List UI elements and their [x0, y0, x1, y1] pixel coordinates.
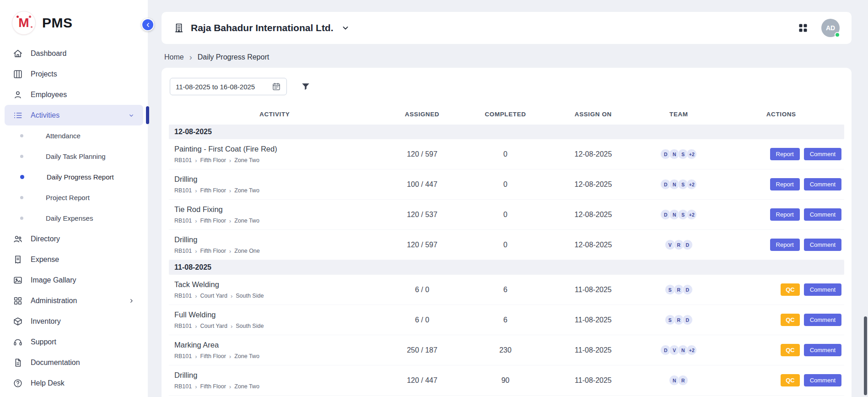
team-more-badge[interactable]: +2	[686, 209, 697, 220]
sidebar-subitem-project-report[interactable]: Project Report	[5, 187, 143, 208]
chevron-right-icon	[128, 297, 135, 305]
team-more-badge[interactable]: +2	[686, 149, 697, 159]
sidebar-item-dashboard[interactable]: Dashboard	[5, 43, 143, 64]
path-segment: Fifth Floor	[200, 353, 226, 359]
path-segment: Zone Two	[234, 187, 259, 194]
scrollbar-thumb[interactable]	[864, 316, 867, 395]
path-segment: Fifth Floor	[200, 383, 226, 390]
assign-on-cell: 11-08-2025	[547, 316, 640, 324]
actions-cell: QCComment	[718, 374, 844, 386]
employees-icon	[13, 90, 23, 100]
report-button[interactable]: Report	[770, 148, 800, 160]
sidebar-item-inventory[interactable]: Inventory	[5, 311, 143, 332]
chevron-down-icon	[128, 112, 135, 119]
sidebar-item-label: Support	[31, 338, 56, 346]
path-segment: RB101	[174, 248, 192, 254]
report-button[interactable]: Report	[770, 178, 800, 190]
logo-dot	[29, 16, 31, 18]
team-avatar: D	[682, 284, 693, 295]
gallery-icon	[13, 275, 23, 285]
column-header-actions: ACTIONS	[718, 111, 844, 118]
comment-button[interactable]: Comment	[804, 283, 841, 296]
sidebar-subitem-attendance[interactable]: Attendance	[5, 125, 143, 146]
sidebar-item-employees[interactable]: Employees	[5, 84, 143, 105]
date-range-input[interactable]: 11-08-2025 to 16-08-2025	[170, 78, 287, 95]
sidebar-collapse-button[interactable]	[141, 18, 154, 31]
sidebar-item-label: Directory	[31, 235, 60, 243]
report-button[interactable]: Report	[770, 208, 800, 221]
path-segment: South Side	[236, 293, 264, 299]
table-row: DrillingRB101›Fifth Floor›Zone Two100 / …	[169, 169, 844, 200]
sidebar-item-image-gallary[interactable]: Image Gallary	[5, 270, 143, 290]
bullet-dot	[20, 175, 24, 179]
completed-cell: 0	[464, 241, 547, 249]
completed-cell: 90	[464, 376, 547, 385]
team-more-badge[interactable]: +2	[686, 179, 697, 190]
breadcrumb-home-link[interactable]: Home	[164, 53, 184, 61]
comment-button[interactable]: Comment	[804, 178, 841, 190]
chevron-right-icon: ›	[229, 353, 231, 359]
sidebar-subitem-daily-task-planning[interactable]: Daily Task Planning	[5, 146, 143, 167]
sidebar-item-label: Dashboard	[31, 49, 66, 58]
sidebar-item-activities[interactable]: Activities	[5, 105, 143, 125]
completed-cell: 6	[464, 286, 547, 294]
breadcrumb: Home › Daily Progress Report	[162, 44, 852, 68]
sidebar-subitem-daily-progress-report[interactable]: Daily Progress Report	[5, 167, 143, 187]
filter-funnel-icon[interactable]	[301, 82, 311, 92]
sidebar-item-label: Inventory	[31, 317, 61, 326]
qc-button[interactable]: QC	[781, 344, 800, 356]
table-row: Tie Rod FixingRB101›Fifth Floor›Zone Two…	[169, 200, 844, 230]
sidebar-item-directory[interactable]: Directory	[5, 228, 143, 249]
comment-button[interactable]: Comment	[804, 239, 841, 251]
sidebar-item-administration[interactable]: Administration	[5, 290, 143, 311]
date-range-value: 11-08-2025 to 16-08-2025	[176, 83, 255, 91]
sidebar-item-support[interactable]: Support	[5, 332, 143, 352]
table-row: Painting - First Coat (Fire Red)RB101›Fi…	[169, 139, 844, 169]
activity-title: Tie Rod Fixing	[174, 205, 380, 214]
path-segment: Fifth Floor	[200, 187, 226, 194]
report-button[interactable]: Report	[770, 239, 800, 251]
sidebar-subitem-daily-expenses[interactable]: Daily Expenses	[5, 208, 143, 228]
comment-button[interactable]: Comment	[804, 344, 841, 356]
comment-button[interactable]: Comment	[804, 148, 841, 160]
apps-grid-icon[interactable]	[798, 22, 809, 33]
assigned-cell: 120 / 537	[380, 211, 464, 219]
activity-path: RB101›Fifth Floor›Zone Two	[174, 157, 380, 163]
user-avatar[interactable]: AD	[821, 19, 840, 37]
qc-button[interactable]: QC	[781, 314, 800, 326]
sidebar-item-expense[interactable]: Expense	[5, 249, 143, 270]
path-segment: Court Yard	[200, 323, 227, 329]
sidebar-item-projects[interactable]: Projects	[5, 64, 143, 84]
comment-button[interactable]: Comment	[804, 314, 841, 326]
completed-cell: 0	[464, 211, 547, 219]
comment-button[interactable]: Comment	[804, 374, 841, 386]
activity-cell: DrillingRB101›Fifth Floor›Zone One	[169, 235, 380, 254]
table-body: 12-08-2025Painting - First Coat (Fire Re…	[169, 125, 844, 396]
sidebar-item-documentation[interactable]: Documentation	[5, 352, 143, 373]
table-row: DrillingRB101›Fifth Floor›Zone One120 / …	[169, 230, 844, 260]
table-row: Marking AreaRB101›Fifth Floor›Zone Two25…	[169, 335, 844, 365]
building-icon	[173, 22, 184, 33]
actions-cell: ReportComment	[718, 178, 844, 190]
top-header: Raja Bahadur International Ltd. AD	[162, 12, 852, 44]
sidebar-item-label: Image Gallary	[31, 276, 76, 284]
sidebar-item-help-desk[interactable]: Help Desk	[5, 373, 143, 393]
calendar-icon[interactable]	[272, 82, 281, 91]
column-header-activity: ACTIVITY	[169, 111, 380, 118]
qc-button[interactable]: QC	[781, 283, 800, 296]
column-header-completed: COMPLETED	[464, 111, 547, 118]
team-more-badge[interactable]: +2	[686, 345, 697, 355]
table-header-row: ACTIVITYASSIGNEDCOMPLETEDASSIGN ONTEAMAC…	[169, 103, 844, 125]
comment-button[interactable]: Comment	[804, 208, 841, 221]
company-selector[interactable]: Raja Bahadur International Ltd.	[173, 22, 350, 33]
assign-on-cell: 11-08-2025	[547, 346, 640, 354]
chevron-right-icon: ›	[195, 218, 197, 224]
company-name: Raja Bahadur International Ltd.	[191, 22, 334, 33]
topbar-actions: AD	[798, 19, 840, 37]
team-cell: DNS+2	[639, 209, 718, 220]
sidebar-item-label: Projects	[31, 70, 57, 78]
completed-cell: 0	[464, 150, 547, 158]
logo-letter: M	[18, 16, 29, 29]
qc-button[interactable]: QC	[781, 374, 800, 386]
chevron-left-icon	[145, 22, 151, 28]
